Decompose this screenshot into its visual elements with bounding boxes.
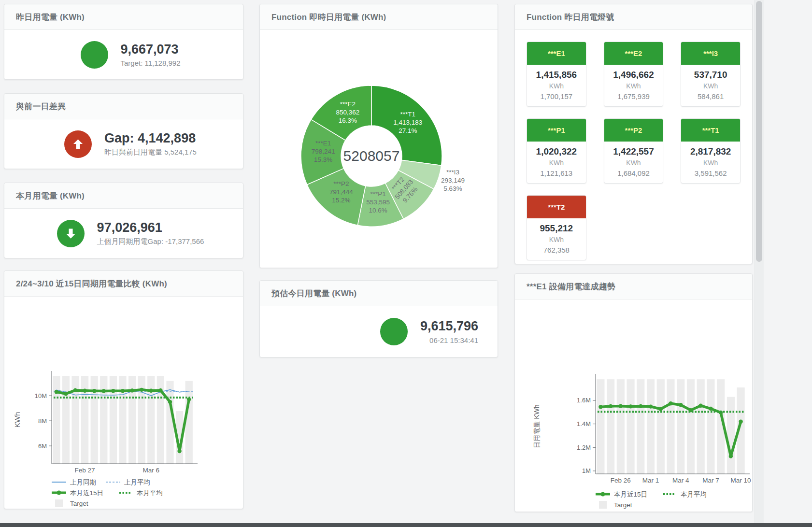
svg-text:Mar 10: Mar 10	[731, 477, 751, 484]
stat-subtitle: 昨日與前日用電量 5,524,175	[104, 148, 197, 157]
tile-header: ***E2	[604, 42, 663, 65]
tile-target: 1,700,157	[527, 92, 586, 100]
svg-text:8M: 8M	[38, 417, 47, 425]
card-body: 97,026,961 上個月同期用電Gap: -17,377,566	[4, 209, 243, 258]
tile-header: ***T2	[527, 196, 586, 218]
tile-header: ***P2	[604, 119, 663, 142]
tile-target: 762,358	[527, 246, 586, 254]
tile-unit: KWh	[527, 82, 586, 90]
tile-value: 1,422,557	[604, 146, 663, 157]
svg-text:本月近15日: 本月近15日	[70, 489, 103, 497]
stat-value: 9,667,073	[121, 42, 181, 57]
arrow-up-icon	[64, 130, 92, 158]
tile-unit: KWh	[681, 159, 740, 167]
tile-target: 1,121,613	[527, 169, 586, 177]
vertical-scrollbar[interactable]	[755, 0, 764, 523]
stat-value: 9,615,796	[420, 319, 478, 334]
tile-value: 2,817,832	[681, 146, 740, 157]
stat-timestamp: 06-21 15:34:41	[420, 336, 478, 344]
light-tile: ***P1 1,020,322 KWh 1,121,613	[527, 118, 586, 184]
svg-text:Feb 27: Feb 27	[75, 467, 95, 474]
tile-target: 1,675,939	[604, 92, 663, 100]
svg-text:本月近15日: 本月近15日	[614, 491, 647, 498]
tile-value: 1,020,322	[527, 146, 586, 157]
card-header: 預估今日用電量 (KWh)	[260, 281, 498, 306]
stat-text: 9,615,796 06-21 15:34:41	[420, 319, 478, 344]
tile-header: ***T1	[681, 119, 740, 142]
svg-text:Target: Target	[614, 501, 632, 509]
card-title: 本月用電量 (KWh)	[16, 190, 85, 201]
tile-value: 1,415,856	[527, 70, 586, 80]
card-header: 昨日用電量 (KWh)	[4, 4, 243, 30]
card-title: 預估今日用電量 (KWh)	[271, 288, 356, 299]
day-gap-card: 與前一日差異 Gap: 4,142,898 昨日與前日用電量 5,524,175	[4, 93, 243, 169]
status-circle-icon	[380, 318, 408, 345]
yesterday-lights-card: Function 昨日用電燈號 ***E1 1,415,856 KWh 1,70…	[514, 4, 753, 264]
e1-trend-chart-card: ***E1 設備用電達成趨勢 1M1.2M1.4M1.6MFeb 26Mar 1…	[514, 273, 753, 512]
tile-unit: KWh	[681, 82, 740, 90]
stat-row: 9,667,073 Target: 11,128,992	[11, 30, 250, 79]
tile-unit: KWh	[527, 236, 586, 243]
svg-text:Mar 4: Mar 4	[672, 477, 689, 484]
estimate-today-card: 預估今日用電量 (KWh) 9,615,796 06-21 15:34:41	[259, 280, 498, 357]
tile-target: 584,861	[681, 92, 740, 100]
svg-text:本月平均: 本月平均	[681, 491, 707, 498]
e1-trend-line-chart: 1M1.2M1.4M1.6MFeb 26Mar 1Mar 4Mar 7Mar 1…	[515, 274, 752, 512]
svg-text:Feb 26: Feb 26	[611, 477, 631, 484]
stat-value: Gap: 4,142,898	[104, 131, 197, 146]
card-title: 與前一日差異	[16, 101, 66, 112]
card-body: 9,615,796 06-21 15:34:41	[260, 306, 498, 357]
tile-header: ***P1	[527, 119, 586, 142]
stat-text: 97,026,961 上個月同期用電Gap: -17,377,566	[97, 220, 204, 246]
compare-15day-chart-card: 2/24~3/10 近15日同期用電量比較 (KWh) 6M8M10MFeb 2…	[4, 271, 243, 509]
tile-unit: KWh	[527, 159, 586, 167]
tile-value: 537,710	[681, 70, 740, 80]
scrollbar-thumb[interactable]	[756, 1, 762, 262]
card-body: 9,667,073 Target: 11,128,992	[4, 30, 243, 79]
compare-line-chart: 6M8M10MFeb 27Mar 6KWh上月同期上月平均本月近15日本月平均T…	[4, 271, 243, 509]
svg-text:1.2M: 1.2M	[577, 444, 591, 451]
stat-text: 9,667,073 Target: 11,128,992	[121, 42, 181, 67]
stat-value: 97,026,961	[97, 220, 204, 235]
svg-text:本月平均: 本月平均	[137, 489, 163, 497]
svg-text:日用電量 KWh: 日用電量 KWh	[533, 404, 541, 448]
stat-row: 97,026,961 上個月同期用電Gap: -17,377,566	[11, 209, 250, 258]
arrow-down-icon	[57, 220, 85, 247]
stat-row: Gap: 4,142,898 昨日與前日用電量 5,524,175	[11, 119, 250, 169]
tile-header: ***E1	[527, 42, 586, 65]
svg-text:5208057: 5208057	[343, 148, 400, 164]
stat-row: 9,615,796 06-21 15:34:41	[260, 306, 498, 357]
card-title: Function 昨日用電燈號	[527, 12, 614, 23]
tile-target: 1,684,092	[604, 169, 663, 177]
light-tile: ***P2 1,422,557 KWh 1,684,092	[604, 118, 664, 184]
light-tile: ***E1 1,415,856 KWh 1,700,157	[527, 42, 586, 107]
svg-text:Mar 1: Mar 1	[642, 477, 659, 484]
svg-text:Target: Target	[70, 500, 88, 507]
svg-text:Mar 7: Mar 7	[702, 477, 719, 484]
svg-text:1M: 1M	[582, 467, 591, 474]
tile-value: 955,212	[527, 223, 586, 234]
card-title: 昨日用電量 (KWh)	[16, 12, 85, 23]
light-tile: ***T1 2,817,832 KWh 3,591,562	[681, 118, 741, 184]
card-header: 本月用電量 (KWh)	[4, 183, 243, 209]
lights-grid: ***E1 1,415,856 KWh 1,700,157 ***E2 1,49…	[515, 30, 752, 260]
tile-value: 1,496,662	[604, 70, 663, 80]
svg-text:6M: 6M	[38, 442, 47, 450]
svg-text:***I3293,1495.63%: ***I3293,1495.63%	[441, 169, 465, 192]
realtime-donut-chart: ***T11,413,18327.1%***I3293,1495.63%***T…	[260, 4, 498, 268]
tile-unit: KWh	[604, 82, 663, 90]
realtime-donut-card: Function 即時日用電量 (KWh) ***T11,413,18327.1…	[259, 4, 498, 268]
light-tile: ***E2 1,496,662 KWh 1,675,939	[604, 42, 664, 107]
svg-text:上月同期: 上月同期	[70, 479, 96, 486]
svg-text:Mar 6: Mar 6	[143, 467, 160, 474]
svg-text:10M: 10M	[35, 392, 47, 399]
stat-subtitle: Target: 11,128,992	[121, 59, 181, 67]
window-bottom-edge	[0, 523, 812, 527]
stat-text: Gap: 4,142,898 昨日與前日用電量 5,524,175	[104, 131, 197, 157]
svg-text:上月平均: 上月平均	[124, 479, 150, 486]
light-tile: ***T2 955,212 KWh 762,358	[527, 195, 586, 260]
card-body: Gap: 4,142,898 昨日與前日用電量 5,524,175	[4, 119, 243, 169]
tile-unit: KWh	[604, 159, 663, 167]
svg-text:KWh: KWh	[13, 412, 21, 428]
card-header: 與前一日差異	[4, 94, 243, 119]
